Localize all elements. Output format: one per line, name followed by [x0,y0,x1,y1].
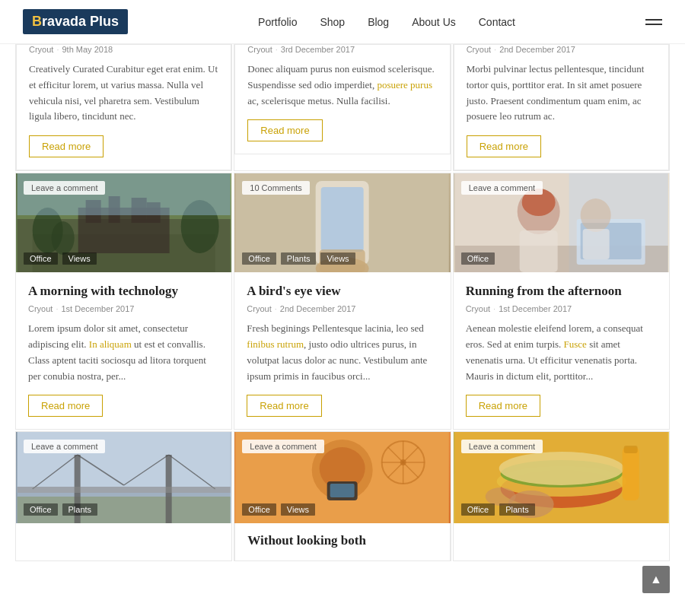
card-mid-2-comment[interactable]: 10 Comments [242,181,309,195]
card-mid-2-tags: Office Plants Views [242,252,355,265]
nav-portfolio[interactable]: Portfolio [258,16,297,28]
card-top-2-author: Cryout [247,45,272,54]
dot: · [56,45,59,54]
row-1: Cryout · 9th May 2018 Creatively Curated… [15,44,670,171]
card-mid-1: Leave a comment Office Views A morning w… [15,173,232,430]
card-top-2-read-more[interactable]: Read more [247,119,322,141]
card-top-3-date: 2nd December 2017 [499,45,575,54]
card-bot-1-comment[interactable]: Leave a comment [24,440,105,453]
nav-blog[interactable]: Blog [368,16,389,28]
tag-views-1[interactable]: Views [62,252,97,265]
nav-about[interactable]: About Us [412,16,456,28]
card-mid-2-meta: Cryout · 2nd December 2017 [247,304,438,313]
card-mid-2-date: 2nd December 2017 [280,304,356,313]
card-top-3-excerpt: Morbi pulvinar lectus pellentesque, tinc… [467,62,656,125]
card-bot-1-image: Leave a comment Office Plants [16,432,231,523]
tag-plants-bot3[interactable]: Plants [499,503,535,516]
tag-plants-bot1[interactable]: Plants [62,503,98,516]
card-bot-2-image: Leave a comment Office Views [234,432,450,523]
svg-point-57 [499,452,623,485]
svg-rect-45 [330,484,355,497]
card-top-1-meta: Cryout · 9th May 2018 [29,45,218,54]
card-mid-2-body: A bird's eye view Cryout · 2nd December … [234,272,450,429]
hamburger-menu[interactable] [645,19,662,25]
svg-rect-15 [321,187,364,252]
card-mid-2-title: A bird's eye view [247,283,438,300]
card-top-2-date: 3rd December 2017 [281,45,355,54]
svg-rect-39 [18,487,231,493]
card-mid-3-comment[interactable]: Leave a comment [461,181,543,195]
svg-rect-58 [622,447,639,500]
tag-office-1[interactable]: Office [24,252,58,265]
card-top-3-read-more[interactable]: Read more [467,135,541,157]
card-bot-3-image: Leave a comment Office Plants [454,432,669,523]
card-mid-1-date: 1st December 2017 [61,304,134,313]
hamburger-line-1 [645,19,662,21]
card-bot-2-tags: Office Views [242,503,315,516]
card-mid-1-author: Cryout [28,304,53,313]
card-mid-3-title: Running from the afternoon [466,283,657,300]
card-mid-1-meta: Cryout · 1st December 2017 [28,304,219,313]
card-mid-2-author: Cryout [247,304,271,313]
card-bot-1: Leave a comment Office Plants [15,431,232,560]
card-mid-1-title: A morning with technology [28,283,219,300]
card-mid-2-read-more[interactable]: Read more [247,395,321,417]
card-bot-1-tags: Office Plants [24,503,97,516]
card-top-3-author: Cryout [467,45,491,54]
row-2: Leave a comment Office Views A morning w… [15,173,670,430]
card-mid-3-read-more[interactable]: Read more [466,395,540,417]
card-top-1-excerpt: Creatively Curated Curabitur eget erat e… [29,62,218,125]
card-mid-3-author: Cryout [466,304,490,313]
card-mid-1-excerpt: Lorem ipsum dolor sit amet, consectetur … [28,321,219,384]
card-top-1-body: Cryout · 9th May 2018 Creatively Curated… [16,45,231,170]
card-mid-3-body: Running from the afternoon Cryout · 1st … [454,272,669,429]
card-bot-2-comment[interactable]: Leave a comment [242,440,323,453]
svg-point-28 [580,198,610,232]
tag-office-bot1[interactable]: Office [24,503,58,516]
dot2: · [276,45,278,54]
svg-rect-29 [582,229,609,259]
row-3: Leave a comment Office Plants [15,431,670,560]
nav-contact[interactable]: Contact [479,16,515,28]
tag-office-bot3[interactable]: Office [461,503,495,516]
card-bot-2: Leave a comment Office Views Without loo… [234,431,451,560]
card-bot-3-comment[interactable]: Leave a comment [461,440,543,453]
card-top-3-body: Cryout · 2nd December 2017 Morbi pulvina… [454,45,669,170]
card-mid-2-image: 10 Comments Office Plants Views [234,173,450,272]
card-bot-3: Leave a comment Office Plants [453,431,670,560]
card-top-2-body: Cryout · 3rd December 2017 Donec aliquam… [234,45,450,154]
tag-views-bot2[interactable]: Views [281,503,315,516]
tag-office-bot2[interactable]: Office [242,503,276,516]
card-mid-1-image: Leave a comment Office Views [16,173,231,272]
tag-plants-2[interactable]: Plants [281,252,317,265]
card-mid-1-tags: Office Views [24,252,97,265]
card-top-3-meta: Cryout · 2nd December 2017 [467,45,656,54]
card-bot-2-title: Without looking both [247,532,437,549]
card-top-1-date: 9th May 2018 [62,45,113,54]
card-mid-3-date: 1st December 2017 [499,304,572,313]
tag-views-2[interactable]: Views [320,252,355,265]
card-mid-1-body: A morning with technology Cryout · 1st D… [16,272,231,429]
card-mid-3-tags: Office [461,252,495,265]
card-mid-2: 10 Comments Office Plants Views A bird's… [234,173,451,430]
dot3: · [494,45,496,54]
site-logo[interactable]: Bravada Plus [23,9,128,34]
card-top-1-read-more[interactable]: Read more [29,135,104,157]
card-mid-1-read-more[interactable]: Read more [28,395,103,417]
svg-point-10 [52,221,75,255]
card-mid-3: Leave a comment Office Running from the … [453,173,670,430]
card-top-3: Cryout · 2nd December 2017 Morbi pulvina… [453,44,670,171]
svg-rect-26 [519,230,557,272]
blog-grid: Cryout · 9th May 2018 Creatively Curated… [0,44,685,561]
tag-office-2[interactable]: Office [242,252,276,265]
card-top-2-excerpt: Donec aliquam purus non euismod sceleris… [247,62,437,109]
main-nav: Portfolio Shop Blog About Us Contact [258,16,515,28]
card-mid-2-excerpt: Fresh beginings Pellentesque lacinia, le… [247,321,438,384]
tag-office-3[interactable]: Office [461,252,495,265]
card-mid-1-comment[interactable]: Leave a comment [24,181,105,195]
nav-shop[interactable]: Shop [320,16,345,28]
hamburger-line-2 [645,24,662,25]
card-mid-3-meta: Cryout · 1st December 2017 [466,304,657,313]
card-mid-3-image: Leave a comment Office [454,173,669,272]
card-top-1-author: Cryout [29,45,53,54]
